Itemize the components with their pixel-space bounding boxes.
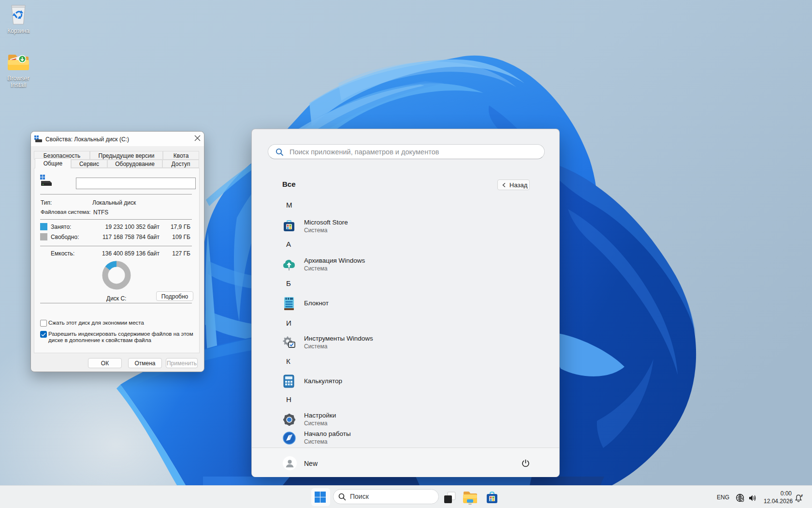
svg-text:z: z xyxy=(802,493,803,496)
